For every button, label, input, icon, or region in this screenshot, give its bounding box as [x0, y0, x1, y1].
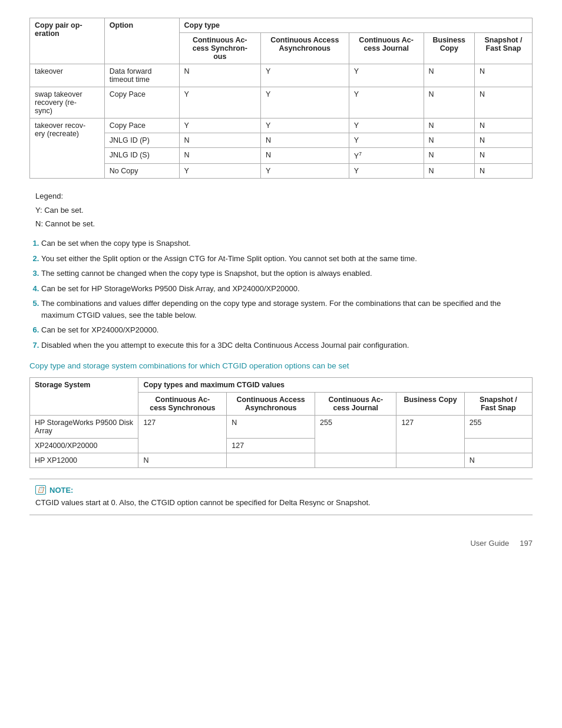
cell-cont-sync: N: [179, 64, 260, 87]
note-icon: 📋: [35, 485, 46, 495]
cell-option: JNLG ID (S): [104, 148, 179, 164]
list-item: Can be set for XP24000/XP20000.: [41, 324, 533, 336]
cell-option: Data forwardtimeout time: [104, 64, 179, 87]
cell-cont-sync: Y: [179, 118, 260, 133]
cell-cont-async: N: [260, 148, 349, 164]
cell-cont-async: Y: [260, 87, 349, 118]
cell-cont-async: [227, 453, 315, 468]
table2: Storage System Copy types and maximum CT…: [29, 377, 533, 468]
cell-business-copy: N: [424, 148, 474, 164]
col-cont-journal: Continuous Ac-cess Journal: [349, 33, 424, 64]
col2-business-copy: Business Copy: [396, 393, 464, 416]
cell-operation: takeover recov-ery (recreate): [30, 118, 105, 179]
table-row: takeover Data forwardtimeout time N Y Y …: [30, 64, 533, 87]
list-item: The combinations and values differ depen…: [41, 298, 533, 321]
list-item: Can be set for HP StorageWorks P9500 Dis…: [41, 283, 533, 295]
notes-list: Can be set when the copy type is Snapsho…: [41, 238, 533, 351]
cell-cont-journal: Y7: [349, 148, 424, 164]
cell-operation: swap takeoverrecovery (re-sync): [30, 87, 105, 118]
col2-cont-sync: Continuous Ac-cess Synchronous: [138, 393, 227, 416]
cell-snapshot: N: [474, 148, 532, 164]
footer-label: User Guide: [470, 539, 509, 548]
cell-cont-async: Y: [260, 118, 349, 133]
cell-business-copy: N: [424, 164, 474, 179]
cell-system: HP StorageWorks P9500 DiskArray: [30, 416, 138, 439]
page-footer: User Guide 197: [29, 539, 533, 548]
col2-snapshot: Snapshot /Fast Snap: [464, 393, 532, 416]
table-row: JNLG ID (P) N N Y N N: [30, 133, 533, 148]
table-row: HP XP12000 N N: [30, 453, 533, 468]
cell-snapshot: N: [474, 133, 532, 148]
list-item: Disabled when the you attempt to execute…: [41, 340, 533, 351]
cell-cont-sync: Y: [179, 87, 260, 118]
cell-cont-sync: N: [179, 133, 260, 148]
cell-cont-async: Y: [260, 164, 349, 179]
cell-option: No Copy: [104, 164, 179, 179]
table2-wrap: Storage System Copy types and maximum CT…: [29, 377, 533, 468]
cell-system: HP XP12000: [30, 453, 138, 468]
list-item: Can be set when the copy type is Snapsho…: [41, 238, 533, 249]
cell-cont-journal: [315, 453, 396, 468]
table-row: No Copy Y Y Y N N: [30, 164, 533, 179]
legend-section: Legend: Y: Can be set. N: Cannot be set.: [29, 189, 533, 230]
cell-cont-journal: 255: [315, 416, 396, 453]
note-box: 📋 NOTE: CTGID values start at 0. Also, t…: [29, 479, 533, 515]
cell-option: Copy Pace: [104, 118, 179, 133]
cell-cont-sync: N: [138, 453, 227, 468]
legend-title: Legend:: [35, 189, 533, 203]
table-row: JNLG ID (S) N N Y7 N N: [30, 148, 533, 164]
list-item: You set either the Split option or the A…: [41, 253, 533, 265]
col-cont-async: Continuous AccessAsynchronous: [260, 33, 349, 64]
cell-snapshot: [464, 439, 532, 453]
cell-business-copy: N: [424, 133, 474, 148]
table-row: swap takeoverrecovery (re-sync) Copy Pac…: [30, 87, 533, 118]
table-row: HP StorageWorks P9500 DiskArray 127 N 25…: [30, 416, 533, 439]
col-option: Option: [104, 18, 179, 64]
note-text: CTGID values start at 0. Also, the CTGID…: [35, 497, 527, 509]
col-snapshot: Snapshot /Fast Snap: [474, 33, 532, 64]
legend-y: Y: Can be set.: [35, 203, 533, 217]
cell-snapshot: N: [464, 453, 532, 468]
cell-cont-async: N: [260, 133, 349, 148]
cell-cont-async: Y: [260, 64, 349, 87]
cell-business-copy: [396, 453, 464, 468]
cell-cont-journal: Y: [349, 133, 424, 148]
cell-cont-async: N: [227, 416, 315, 439]
note-title: 📋 NOTE:: [35, 485, 527, 495]
table1-wrap: Copy pair op- eration Option Copy type C…: [29, 18, 533, 179]
cell-cont-journal: Y: [349, 64, 424, 87]
cell-option: Copy Pace: [104, 87, 179, 118]
cell-system: XP24000/XP20000: [30, 439, 138, 453]
cell-cont-sync: 127: [138, 416, 227, 453]
cell-snapshot: N: [474, 87, 532, 118]
cell-cont-journal: Y: [349, 164, 424, 179]
copy-type-header: Copy type: [179, 18, 532, 33]
cell-cont-journal: Y: [349, 87, 424, 118]
table1: Copy pair op- eration Option Copy type C…: [29, 18, 533, 179]
col-storage-system: Storage System: [30, 378, 138, 416]
col2-cont-journal: Continuous Ac-cess Journal: [315, 393, 396, 416]
cell-option: JNLG ID (P): [104, 133, 179, 148]
cell-snapshot: 255: [464, 416, 532, 439]
cell-snapshot: N: [474, 164, 532, 179]
cell-cont-sync: N: [179, 148, 260, 164]
cell-business-copy: 127: [396, 416, 464, 453]
cell-cont-journal: Y: [349, 118, 424, 133]
cell-business-copy: N: [424, 118, 474, 133]
cell-snapshot: N: [474, 64, 532, 87]
table-row: takeover recov-ery (recreate) Copy Pace …: [30, 118, 533, 133]
legend-n: N: Cannot be set.: [35, 217, 533, 230]
col-cont-sync: Continuous Ac-cess Synchron-ous: [179, 33, 260, 64]
col-copy-pair-op: Copy pair op- eration: [30, 18, 105, 64]
cell-business-copy: N: [424, 64, 474, 87]
page-number: 197: [520, 539, 533, 548]
list-item: The setting cannot be changed when the c…: [41, 268, 533, 279]
col2-cont-async: Continuous AccessAsynchronous: [227, 393, 315, 416]
cell-operation: takeover: [30, 64, 105, 87]
cell-cont-sync: Y: [179, 164, 260, 179]
section-heading: Copy type and storage system combination…: [29, 361, 533, 370]
copy-types-ctgid-header: Copy types and maximum CTGID values: [138, 378, 533, 393]
cell-cont-async: 127: [227, 439, 315, 453]
col-business-copy: BusinessCopy: [424, 33, 474, 64]
cell-business-copy: N: [424, 87, 474, 118]
